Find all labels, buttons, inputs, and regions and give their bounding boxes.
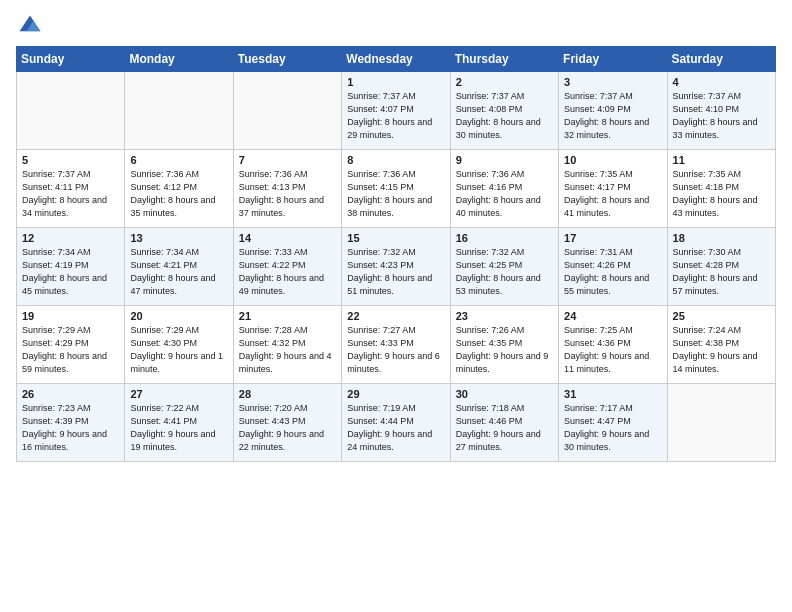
calendar-cell: 14Sunrise: 7:33 AM Sunset: 4:22 PM Dayli… (233, 228, 341, 306)
day-info: Sunrise: 7:37 AM Sunset: 4:09 PM Dayligh… (564, 90, 661, 142)
day-number: 23 (456, 310, 553, 322)
calendar-day-header: Monday (125, 47, 233, 72)
calendar-cell: 30Sunrise: 7:18 AM Sunset: 4:46 PM Dayli… (450, 384, 558, 462)
day-number: 15 (347, 232, 444, 244)
day-info: Sunrise: 7:35 AM Sunset: 4:18 PM Dayligh… (673, 168, 770, 220)
day-info: Sunrise: 7:37 AM Sunset: 4:07 PM Dayligh… (347, 90, 444, 142)
calendar-cell: 9Sunrise: 7:36 AM Sunset: 4:16 PM Daylig… (450, 150, 558, 228)
calendar-cell: 27Sunrise: 7:22 AM Sunset: 4:41 PM Dayli… (125, 384, 233, 462)
day-number: 4 (673, 76, 770, 88)
day-number: 6 (130, 154, 227, 166)
day-info: Sunrise: 7:27 AM Sunset: 4:33 PM Dayligh… (347, 324, 444, 376)
calendar-cell: 24Sunrise: 7:25 AM Sunset: 4:36 PM Dayli… (559, 306, 667, 384)
day-info: Sunrise: 7:28 AM Sunset: 4:32 PM Dayligh… (239, 324, 336, 376)
day-number: 7 (239, 154, 336, 166)
calendar-cell (125, 72, 233, 150)
calendar-cell: 22Sunrise: 7:27 AM Sunset: 4:33 PM Dayli… (342, 306, 450, 384)
calendar-cell: 31Sunrise: 7:17 AM Sunset: 4:47 PM Dayli… (559, 384, 667, 462)
calendar-cell: 3Sunrise: 7:37 AM Sunset: 4:09 PM Daylig… (559, 72, 667, 150)
day-info: Sunrise: 7:34 AM Sunset: 4:19 PM Dayligh… (22, 246, 119, 298)
day-number: 1 (347, 76, 444, 88)
day-info: Sunrise: 7:18 AM Sunset: 4:46 PM Dayligh… (456, 402, 553, 454)
calendar-cell: 6Sunrise: 7:36 AM Sunset: 4:12 PM Daylig… (125, 150, 233, 228)
day-number: 13 (130, 232, 227, 244)
day-number: 20 (130, 310, 227, 322)
day-number: 9 (456, 154, 553, 166)
day-number: 25 (673, 310, 770, 322)
day-info: Sunrise: 7:37 AM Sunset: 4:08 PM Dayligh… (456, 90, 553, 142)
day-info: Sunrise: 7:33 AM Sunset: 4:22 PM Dayligh… (239, 246, 336, 298)
calendar-day-header: Friday (559, 47, 667, 72)
day-info: Sunrise: 7:26 AM Sunset: 4:35 PM Dayligh… (456, 324, 553, 376)
day-number: 22 (347, 310, 444, 322)
calendar-cell: 15Sunrise: 7:32 AM Sunset: 4:23 PM Dayli… (342, 228, 450, 306)
page-header (16, 12, 776, 40)
day-number: 26 (22, 388, 119, 400)
calendar-header-row: SundayMondayTuesdayWednesdayThursdayFrid… (17, 47, 776, 72)
calendar-cell: 4Sunrise: 7:37 AM Sunset: 4:10 PM Daylig… (667, 72, 775, 150)
day-info: Sunrise: 7:37 AM Sunset: 4:11 PM Dayligh… (22, 168, 119, 220)
calendar-cell: 1Sunrise: 7:37 AM Sunset: 4:07 PM Daylig… (342, 72, 450, 150)
day-number: 5 (22, 154, 119, 166)
day-info: Sunrise: 7:17 AM Sunset: 4:47 PM Dayligh… (564, 402, 661, 454)
day-number: 3 (564, 76, 661, 88)
day-info: Sunrise: 7:35 AM Sunset: 4:17 PM Dayligh… (564, 168, 661, 220)
logo-icon (16, 12, 44, 40)
day-info: Sunrise: 7:25 AM Sunset: 4:36 PM Dayligh… (564, 324, 661, 376)
day-number: 27 (130, 388, 227, 400)
calendar-cell: 13Sunrise: 7:34 AM Sunset: 4:21 PM Dayli… (125, 228, 233, 306)
calendar-cell: 26Sunrise: 7:23 AM Sunset: 4:39 PM Dayli… (17, 384, 125, 462)
calendar-table: SundayMondayTuesdayWednesdayThursdayFrid… (16, 46, 776, 462)
calendar-cell: 18Sunrise: 7:30 AM Sunset: 4:28 PM Dayli… (667, 228, 775, 306)
day-info: Sunrise: 7:22 AM Sunset: 4:41 PM Dayligh… (130, 402, 227, 454)
day-info: Sunrise: 7:34 AM Sunset: 4:21 PM Dayligh… (130, 246, 227, 298)
day-number: 11 (673, 154, 770, 166)
calendar-cell: 7Sunrise: 7:36 AM Sunset: 4:13 PM Daylig… (233, 150, 341, 228)
calendar-cell (17, 72, 125, 150)
calendar-cell: 21Sunrise: 7:28 AM Sunset: 4:32 PM Dayli… (233, 306, 341, 384)
day-info: Sunrise: 7:36 AM Sunset: 4:16 PM Dayligh… (456, 168, 553, 220)
calendar-cell: 19Sunrise: 7:29 AM Sunset: 4:29 PM Dayli… (17, 306, 125, 384)
day-info: Sunrise: 7:19 AM Sunset: 4:44 PM Dayligh… (347, 402, 444, 454)
calendar-day-header: Sunday (17, 47, 125, 72)
calendar-week-row: 19Sunrise: 7:29 AM Sunset: 4:29 PM Dayli… (17, 306, 776, 384)
day-number: 2 (456, 76, 553, 88)
day-number: 18 (673, 232, 770, 244)
calendar-cell (233, 72, 341, 150)
day-number: 30 (456, 388, 553, 400)
day-info: Sunrise: 7:36 AM Sunset: 4:12 PM Dayligh… (130, 168, 227, 220)
day-info: Sunrise: 7:31 AM Sunset: 4:26 PM Dayligh… (564, 246, 661, 298)
calendar-cell: 8Sunrise: 7:36 AM Sunset: 4:15 PM Daylig… (342, 150, 450, 228)
calendar-cell: 5Sunrise: 7:37 AM Sunset: 4:11 PM Daylig… (17, 150, 125, 228)
day-number: 14 (239, 232, 336, 244)
calendar-cell: 28Sunrise: 7:20 AM Sunset: 4:43 PM Dayli… (233, 384, 341, 462)
day-number: 29 (347, 388, 444, 400)
calendar-day-header: Saturday (667, 47, 775, 72)
calendar-cell: 29Sunrise: 7:19 AM Sunset: 4:44 PM Dayli… (342, 384, 450, 462)
day-number: 17 (564, 232, 661, 244)
day-info: Sunrise: 7:32 AM Sunset: 4:25 PM Dayligh… (456, 246, 553, 298)
calendar-week-row: 1Sunrise: 7:37 AM Sunset: 4:07 PM Daylig… (17, 72, 776, 150)
calendar-day-header: Thursday (450, 47, 558, 72)
calendar-cell (667, 384, 775, 462)
day-info: Sunrise: 7:36 AM Sunset: 4:15 PM Dayligh… (347, 168, 444, 220)
day-info: Sunrise: 7:24 AM Sunset: 4:38 PM Dayligh… (673, 324, 770, 376)
day-info: Sunrise: 7:29 AM Sunset: 4:29 PM Dayligh… (22, 324, 119, 376)
day-info: Sunrise: 7:32 AM Sunset: 4:23 PM Dayligh… (347, 246, 444, 298)
day-info: Sunrise: 7:29 AM Sunset: 4:30 PM Dayligh… (130, 324, 227, 376)
calendar-day-header: Tuesday (233, 47, 341, 72)
calendar-cell: 25Sunrise: 7:24 AM Sunset: 4:38 PM Dayli… (667, 306, 775, 384)
calendar-cell: 10Sunrise: 7:35 AM Sunset: 4:17 PM Dayli… (559, 150, 667, 228)
day-number: 8 (347, 154, 444, 166)
calendar-day-header: Wednesday (342, 47, 450, 72)
day-info: Sunrise: 7:37 AM Sunset: 4:10 PM Dayligh… (673, 90, 770, 142)
day-number: 21 (239, 310, 336, 322)
calendar-cell: 20Sunrise: 7:29 AM Sunset: 4:30 PM Dayli… (125, 306, 233, 384)
day-number: 19 (22, 310, 119, 322)
calendar-week-row: 26Sunrise: 7:23 AM Sunset: 4:39 PM Dayli… (17, 384, 776, 462)
day-number: 12 (22, 232, 119, 244)
calendar-cell: 16Sunrise: 7:32 AM Sunset: 4:25 PM Dayli… (450, 228, 558, 306)
day-number: 28 (239, 388, 336, 400)
day-info: Sunrise: 7:30 AM Sunset: 4:28 PM Dayligh… (673, 246, 770, 298)
calendar-cell: 23Sunrise: 7:26 AM Sunset: 4:35 PM Dayli… (450, 306, 558, 384)
